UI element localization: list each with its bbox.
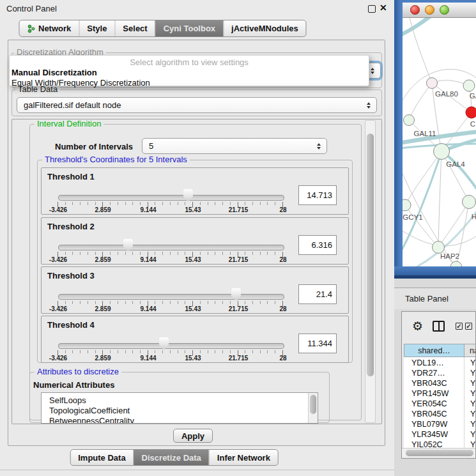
list-item[interactable]: TopologicalCoefficient xyxy=(42,406,318,416)
table-row[interactable]: YPR145WYPR1 xyxy=(406,389,476,399)
cell-name: YDL1 xyxy=(466,358,476,369)
cell-name: YPR1 xyxy=(466,389,476,399)
table-panel-window: ⚙ ✓ ✓ shared… na YDL19…YDL1 YDR27…YDR2 Y… xyxy=(401,311,476,459)
column-header-shared-name[interactable]: shared… xyxy=(404,344,464,357)
attributes-list-scrollbar[interactable] xyxy=(308,393,318,423)
tick-label: 9.144 xyxy=(140,355,156,362)
mac-minimize-icon[interactable] xyxy=(425,5,434,15)
tick-label: 28 xyxy=(279,206,286,213)
control-panel-title: Control Panel xyxy=(0,4,57,13)
tab-discretize-data[interactable]: Discretize Data xyxy=(134,450,209,465)
thresholds-group-title: Threshold's Coordinates for 5 Intervals xyxy=(42,155,190,164)
number-of-intervals-label: Number of Intervals xyxy=(55,142,133,151)
combo-stepper-icon xyxy=(317,143,321,150)
columns-icon[interactable] xyxy=(433,321,445,332)
cell-shared-name: YBL079W xyxy=(406,420,466,430)
scrollbar-thumb[interactable] xyxy=(310,395,316,414)
top-tab-bar: Network Style Select Cyni Toolbox jActiv… xyxy=(19,20,307,37)
network-node[interactable] xyxy=(463,80,475,91)
threshold-4-value-field[interactable] xyxy=(298,334,337,353)
network-node-selected[interactable] xyxy=(466,107,476,118)
threshold-3-box: Threshold 3 -3.426 2.859 9.144 15.43 21.… xyxy=(41,266,349,314)
combo-stepper-icon xyxy=(371,68,374,74)
mac-zoom-icon[interactable] xyxy=(440,5,449,15)
table-row[interactable]: YBL079WYBL0 xyxy=(406,420,476,430)
table-row[interactable]: YDR27…YDR2 xyxy=(406,369,476,379)
tab-cyni-toolbox[interactable]: Cyni Toolbox xyxy=(155,20,223,36)
list-item[interactable]: BetweennessCentrality xyxy=(42,416,318,424)
threshold-3-label: Threshold 3 xyxy=(47,271,95,280)
apply-button[interactable]: Apply xyxy=(173,429,213,443)
threshold-4-slider-track[interactable] xyxy=(58,343,284,349)
cell-shared-name: YLR345W xyxy=(406,430,466,440)
cell-name: YBR0 xyxy=(466,379,476,389)
tab-infer-network[interactable]: Infer Network xyxy=(209,450,278,465)
list-item[interactable]: SelfLoops xyxy=(42,395,318,406)
threshold-2-slider-track[interactable] xyxy=(58,245,284,250)
threshold-3-value-field[interactable] xyxy=(298,284,337,304)
cell-shared-name: YER054C xyxy=(406,399,466,410)
tick-label: 9.144 xyxy=(140,305,156,312)
tab-network[interactable]: Network xyxy=(19,20,79,36)
tab-style[interactable]: Style xyxy=(79,20,114,36)
threshold-2-box: Threshold 2 -3.426 2.859 9.144 15.43 21.… xyxy=(41,217,349,265)
tab-select[interactable]: Select xyxy=(114,20,155,36)
interval-definition-title: Interval Definition xyxy=(35,119,104,128)
scrollbar-thumb[interactable] xyxy=(406,450,473,456)
table-row[interactable]: YDL19…YDL1 xyxy=(406,358,476,369)
network-node[interactable] xyxy=(427,78,438,89)
number-of-intervals-combobox[interactable]: 5 xyxy=(142,138,327,154)
tick-label: 2.859 xyxy=(95,355,111,362)
settings-vertical-scrollbar[interactable] xyxy=(365,120,376,423)
table-row[interactable]: YLR345WYLR3 xyxy=(406,430,476,440)
float-window-icon[interactable] xyxy=(368,5,376,13)
network-canvas[interactable]: GAL80 GA C GAL11 GAL4 GCY1 H HAP2 xyxy=(403,18,476,266)
threshold-1-box: Threshold 1 -3.426 2.859 9.144 15.43 21.… xyxy=(41,167,349,215)
threshold-2-value-field[interactable] xyxy=(298,235,337,255)
tab-jactivemnodules[interactable]: jActiveMNodules xyxy=(223,20,306,36)
cell-shared-name: YBR043C xyxy=(406,379,466,389)
scrollbar-thumb[interactable] xyxy=(367,134,374,376)
column-header-name[interactable]: na xyxy=(464,344,476,357)
table-row[interactable]: YBR043CYBR0 xyxy=(406,379,476,389)
numerical-attributes-list[interactable]: SelfLoops TopologicalCoefficient Between… xyxy=(41,392,318,424)
mac-close-icon[interactable] xyxy=(410,5,420,15)
threshold-1-slider-track[interactable] xyxy=(58,195,284,201)
threshold-2-label: Threshold 2 xyxy=(47,222,95,231)
table-row[interactable]: YBR045CYBR0 xyxy=(406,410,476,420)
node-label: GCY1 xyxy=(403,213,422,221)
popup-option-manual-discretization[interactable]: Manual Discretization xyxy=(10,68,369,78)
tick-label: 28 xyxy=(279,305,286,312)
attributes-group-title: Attributes to discretize xyxy=(35,367,121,376)
network-node[interactable] xyxy=(404,115,415,126)
gear-icon[interactable]: ⚙ xyxy=(412,320,423,332)
tab-jactivemnodules-label: jActiveMNodules xyxy=(231,24,298,33)
slider-ticks xyxy=(58,350,283,356)
table-toolbar: ⚙ ✓ ✓ xyxy=(402,312,476,341)
network-node[interactable] xyxy=(433,242,445,254)
close-icon[interactable]: ✕ xyxy=(380,3,387,13)
table-horizontal-scrollbar[interactable] xyxy=(402,448,476,457)
column-header-label: na xyxy=(470,346,476,355)
tab-infer-network-label: Infer Network xyxy=(217,453,270,463)
network-node[interactable] xyxy=(463,196,476,209)
tick-label: -3.426 xyxy=(49,256,67,263)
popup-option-equal-width-frequency[interactable]: Equal Width/Frequency Discretization xyxy=(10,78,369,88)
slider-ticks xyxy=(58,252,283,257)
node-label: HAP2 xyxy=(440,252,459,260)
network-window-titlebar[interactable] xyxy=(403,3,476,18)
table-row[interactable]: YIL052CYIL0 xyxy=(406,440,476,448)
tick-label: 15.43 xyxy=(185,256,201,263)
network-node[interactable] xyxy=(434,144,450,160)
table-data-combobox[interactable]: galFiltered.sif default node xyxy=(17,97,377,113)
tick-label: 28 xyxy=(279,355,286,362)
checkbox-icon[interactable]: ✓ xyxy=(465,323,472,330)
threshold-4-box: Threshold 4 -3.426 2.859 9.144 15.43 21.… xyxy=(41,316,349,363)
tick-label: 2.859 xyxy=(95,305,111,312)
checkbox-icon[interactable]: ✓ xyxy=(456,323,463,330)
network-node[interactable] xyxy=(403,199,411,211)
tab-impute-data[interactable]: Impute Data xyxy=(70,450,133,465)
table-row[interactable]: YER054CYER0 xyxy=(406,399,476,410)
threshold-1-value-field[interactable] xyxy=(298,185,337,205)
threshold-3-slider-track[interactable] xyxy=(58,294,284,300)
